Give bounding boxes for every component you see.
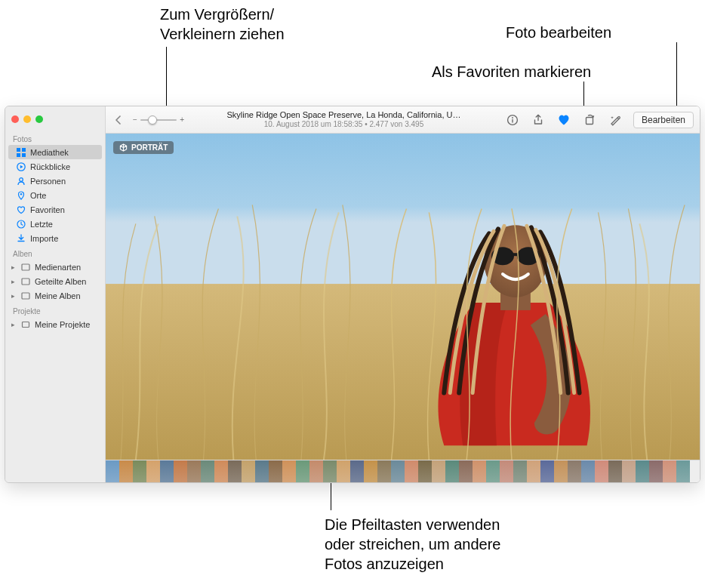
filmstrip-thumb[interactable]: [282, 460, 296, 482]
zoom-track[interactable]: [140, 119, 177, 121]
clock-icon: [16, 219, 26, 229]
svg-rect-1: [22, 148, 26, 152]
thumbnail-filmstrip[interactable]: [106, 460, 700, 482]
chevron-right-icon: ▸: [10, 321, 16, 328]
filmstrip-thumb[interactable]: [201, 460, 214, 482]
filmstrip-thumb[interactable]: [269, 460, 282, 482]
photo-viewer[interactable]: PORTRÄT: [106, 134, 700, 460]
sidebar-item-library[interactable]: Mediathek: [8, 145, 102, 159]
zoom-slider[interactable]: − +: [133, 115, 184, 124]
sidebar-item-label: Mediathek: [30, 148, 69, 157]
sidebar-item-imports[interactable]: Importe: [5, 231, 105, 245]
sidebar-item-myprojects[interactable]: ▸ Meine Projekte: [5, 317, 105, 331]
zoom-in-icon: +: [180, 115, 184, 124]
zoom-out-icon: −: [133, 115, 137, 124]
download-icon: [16, 233, 26, 243]
portrait-badge: PORTRÄT: [113, 141, 174, 154]
filmstrip-thumb[interactable]: [350, 460, 364, 482]
filmstrip-thumb[interactable]: [445, 460, 459, 482]
album-icon: [20, 276, 30, 286]
cube-icon: [119, 143, 128, 152]
filmstrip-thumb[interactable]: [486, 460, 500, 482]
filmstrip-thumb[interactable]: [296, 460, 309, 482]
sidebar-section-projects: Projekte: [5, 303, 105, 317]
filmstrip-thumb[interactable]: [309, 460, 323, 482]
filmstrip-thumb[interactable]: [377, 460, 391, 482]
filmstrip-thumb[interactable]: [636, 460, 649, 482]
filmstrip-thumb[interactable]: [133, 460, 146, 482]
filmstrip-thumb[interactable]: [228, 460, 242, 482]
callout-filmstrip: Die Pfeiltasten verwenden oder streichen…: [325, 515, 500, 574]
filmstrip-thumb[interactable]: [119, 460, 133, 482]
filmstrip-thumb[interactable]: [676, 460, 690, 482]
rotate-button[interactable]: [580, 111, 599, 129]
chevron-right-icon: ▸: [10, 292, 16, 300]
filmstrip-thumb[interactable]: [568, 460, 581, 482]
photo-location-title: Skyline Ridge Open Space Preserve, La Ho…: [226, 110, 460, 120]
sidebar-item-myalbums[interactable]: ▸ Meine Alben: [5, 288, 105, 303]
sidebar-section-albums: Alben: [5, 245, 105, 260]
filmstrip-thumb[interactable]: [513, 460, 527, 482]
sidebar-item-label: Meine Projekte: [35, 320, 90, 329]
sidebar-section-photos: Fotos: [5, 131, 105, 145]
filmstrip-thumb[interactable]: [608, 460, 622, 482]
filmstrip-thumb[interactable]: [540, 460, 554, 482]
filmstrip-thumb[interactable]: [500, 460, 513, 482]
badge-label: PORTRÄT: [131, 143, 168, 152]
sidebar-item-people[interactable]: Personen: [5, 174, 105, 188]
filmstrip-thumb[interactable]: [405, 460, 418, 482]
back-button[interactable]: [112, 113, 125, 127]
filmstrip-thumb[interactable]: [174, 460, 187, 482]
sidebar-item-places[interactable]: Orte: [5, 188, 105, 202]
filmstrip-thumb[interactable]: [473, 460, 486, 482]
zoom-thumb[interactable]: [148, 115, 157, 125]
filmstrip-thumb[interactable]: [146, 460, 160, 482]
heart-icon: [16, 205, 26, 214]
svg-rect-12: [22, 322, 29, 327]
filmstrip-thumb[interactable]: [663, 460, 676, 482]
sidebar-item-favorites[interactable]: Favoriten: [5, 202, 105, 217]
filmstrip-thumb[interactable]: [622, 460, 636, 482]
filmstrip-thumb[interactable]: [160, 460, 174, 482]
filmstrip-thumb[interactable]: [459, 460, 473, 482]
sidebar-item-sharedalbums[interactable]: ▸ Geteilte Alben: [5, 274, 105, 288]
filmstrip-thumb[interactable]: [432, 460, 445, 482]
filmstrip-thumb[interactable]: [527, 460, 540, 482]
filmstrip-thumb[interactable]: [106, 460, 119, 482]
callout-line: [166, 47, 167, 110]
minimize-window-button[interactable]: [23, 115, 31, 123]
filmstrip-thumb[interactable]: [323, 460, 337, 482]
filmstrip-thumb[interactable]: [187, 460, 201, 482]
edit-button[interactable]: Bearbeiten: [633, 112, 694, 128]
filmstrip-thumb[interactable]: [595, 460, 608, 482]
person-icon: [16, 176, 26, 186]
filmstrip-thumb[interactable]: [364, 460, 377, 482]
filmstrip-thumb[interactable]: [391, 460, 405, 482]
filmstrip-thumb[interactable]: [581, 460, 595, 482]
sidebar-item-label: Favoriten: [30, 205, 65, 214]
favorite-button[interactable]: [555, 111, 573, 129]
sidebar-item-label: Letzte: [30, 220, 53, 229]
sidebar-item-label: Rückblicke: [30, 162, 70, 171]
filmstrip-thumb[interactable]: [554, 460, 568, 482]
filmstrip-thumb[interactable]: [242, 460, 255, 482]
project-icon: [20, 319, 30, 329]
info-button[interactable]: [503, 111, 522, 129]
main-content: − + Skyline Ridge Open Space Preserve, L…: [106, 106, 700, 482]
filmstrip-thumb[interactable]: [255, 460, 269, 482]
svg-rect-2: [17, 153, 20, 157]
enhance-button[interactable]: [606, 111, 624, 129]
svg-point-6: [19, 177, 23, 181]
sidebar-item-recents[interactable]: Letzte: [5, 217, 105, 231]
svg-rect-11: [22, 293, 29, 299]
sidebar-item-mediatypes[interactable]: ▸ Medienarten: [5, 260, 105, 274]
filmstrip-thumb[interactable]: [649, 460, 663, 482]
filmstrip-thumb[interactable]: [214, 460, 228, 482]
share-button[interactable]: [529, 111, 547, 129]
filmstrip-thumb[interactable]: [337, 460, 350, 482]
sidebar-item-memories[interactable]: Rückblicke: [5, 159, 105, 174]
filmstrip-thumb[interactable]: [418, 460, 432, 482]
sidebar: Fotos Mediathek Rückblicke Personen Orte…: [5, 106, 106, 482]
close-window-button[interactable]: [11, 115, 19, 123]
fullscreen-window-button[interactable]: [35, 115, 43, 123]
